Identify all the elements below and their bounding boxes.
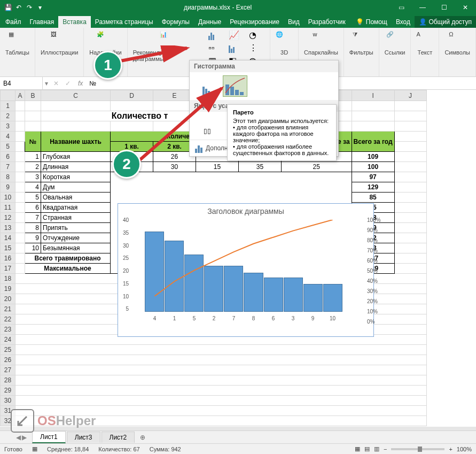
- tab-view[interactable]: Вид: [284, 16, 304, 28]
- name-box[interactable]: B4: [0, 77, 43, 89]
- tab-file[interactable]: Файл: [1, 16, 26, 28]
- col-header[interactable]: I: [352, 90, 394, 101]
- watermark-logo-icon: [11, 409, 34, 433]
- namebox-dropdown-icon[interactable]: ▾: [43, 80, 50, 87]
- spark-icon: 𝗐: [313, 31, 330, 48]
- callout-badge-1: 1: [93, 51, 122, 80]
- redo-icon[interactable]: ↷: [25, 3, 34, 12]
- zoom-out-icon[interactable]: −: [384, 446, 387, 452]
- window-title: диаграммы.xlsx - Excel: [45, 4, 391, 11]
- fx-icon[interactable]: fx: [74, 80, 87, 87]
- tab-insert[interactable]: Вставка: [58, 16, 91, 28]
- filter-icon: ⧩: [353, 31, 370, 48]
- globe-icon: 🌐: [276, 31, 293, 48]
- col-header[interactable]: C: [41, 90, 111, 101]
- sparklines-button[interactable]: 𝗐Спарклайны: [302, 30, 340, 57]
- tab-review[interactable]: Рецензирование: [225, 16, 284, 28]
- addin-icon: 🧩: [97, 31, 114, 48]
- sheet-tab[interactable]: Лист2: [102, 432, 135, 443]
- qat-more-icon[interactable]: ▾: [35, 3, 45, 12]
- scatter-chart-icon[interactable]: ⋮: [248, 43, 264, 53]
- undo-icon[interactable]: ↶: [14, 3, 24, 12]
- tab-formulas[interactable]: Формулы: [158, 16, 194, 28]
- enter-icon[interactable]: ✓: [62, 80, 74, 87]
- chart-tooltip: Парето Этот тип диаграммы используется: …: [227, 104, 337, 161]
- links-button[interactable]: 🔗Ссылки: [383, 30, 408, 57]
- cancel-icon[interactable]: ✕: [50, 80, 62, 87]
- add-sheet-icon[interactable]: ⊕: [136, 434, 150, 441]
- pie-chart-icon[interactable]: ◔: [248, 30, 264, 41]
- status-bar: Готово ▦ Среднее: 18,84 Количество: 67 С…: [0, 443, 476, 454]
- view-layout-icon[interactable]: ▤: [364, 445, 370, 452]
- sheet-tab[interactable]: Лист1: [32, 431, 66, 443]
- tooltip-title: Парето: [233, 109, 331, 116]
- text-icon: A: [416, 31, 433, 48]
- close-icon[interactable]: ✕: [455, 0, 476, 15]
- callout-badge-2: 2: [112, 150, 141, 179]
- filters-button[interactable]: ⧩Фильтры: [347, 30, 376, 57]
- status-count: Количество: 67: [98, 446, 139, 452]
- sheet-nav-prev-icon[interactable]: ◀: [16, 434, 21, 441]
- ribbon-options-icon[interactable]: ▭: [391, 0, 412, 15]
- table-icon: ▦: [9, 31, 26, 48]
- tours-button[interactable]: 🌐3D: [274, 30, 295, 57]
- status-sum: Сумма: 942: [150, 446, 181, 452]
- view-break-icon[interactable]: ▥: [374, 445, 379, 452]
- statistic-chart-icon[interactable]: [228, 43, 244, 53]
- svg-rect-3: [240, 92, 244, 95]
- tab-help[interactable]: 💡 Помощ: [352, 16, 391, 28]
- tab-layout[interactable]: Разметка страницы: [91, 16, 158, 28]
- col-header[interactable]: A: [15, 90, 25, 101]
- status-ready: Готово: [4, 446, 22, 452]
- symbol-icon: Ω: [449, 31, 466, 48]
- tab-share[interactable]: 👤 Общий доступ: [415, 16, 476, 28]
- text-button[interactable]: AТекст: [414, 30, 435, 57]
- dropdown-section-label: Гистограмма: [190, 60, 338, 72]
- svg-rect-2: [235, 90, 239, 95]
- pareto-icon: [224, 77, 246, 95]
- svg-line-5: [136, 88, 222, 163]
- maximize-icon[interactable]: ☐: [433, 0, 455, 15]
- x-axis: 41527863910: [145, 316, 342, 321]
- col-header[interactable]: J: [394, 90, 426, 101]
- picture-icon: 🖼: [51, 31, 68, 48]
- zoom-slider[interactable]: [391, 448, 444, 450]
- arrow-2: [136, 86, 227, 166]
- svg-line-4: [118, 48, 187, 61]
- ribbon-tabs: Файл Главная Вставка Разметка страницы Ф…: [0, 15, 476, 28]
- sheet-tab[interactable]: Лист3: [67, 432, 100, 443]
- svg-rect-1: [230, 87, 234, 95]
- status-record-icon[interactable]: ▦: [32, 445, 37, 452]
- chart-bars: [145, 220, 342, 312]
- sheet-nav-next-icon[interactable]: ▶: [22, 434, 27, 441]
- formula-input[interactable]: №: [87, 80, 98, 87]
- link-icon: 🔗: [386, 31, 403, 48]
- tooltip-body: Этот тип диаграммы используется: • для о…: [233, 118, 331, 156]
- illustrations-button[interactable]: 🖼Иллюстрации: [38, 30, 80, 57]
- chart-title: Заголовок диаграммы: [118, 204, 373, 219]
- tab-data[interactable]: Данные: [194, 16, 225, 28]
- tab-signin[interactable]: Вход: [392, 16, 415, 28]
- tab-home[interactable]: Главная: [26, 16, 59, 28]
- col-header[interactable]: B: [25, 90, 41, 101]
- minimize-icon[interactable]: —: [412, 0, 433, 15]
- select-all-corner[interactable]: [1, 90, 15, 101]
- tables-button[interactable]: ▦Таблицы: [3, 30, 32, 57]
- symbols-button[interactable]: ΩСимволы: [442, 30, 472, 57]
- tab-developer[interactable]: Разработчик: [304, 16, 350, 28]
- column-chart-icon[interactable]: [208, 30, 224, 41]
- line-chart-icon[interactable]: 📈: [228, 30, 244, 41]
- title-bar: 💾 ↶ ↷ ▾ диаграммы.xlsx - Excel ▭ — ☐ ✕: [0, 0, 476, 15]
- hierarchy-chart-icon[interactable]: ▫▫: [208, 43, 224, 53]
- chart-preview[interactable]: Заголовок диаграммы 403530252015105 100%…: [118, 203, 374, 337]
- view-normal-icon[interactable]: ▦: [355, 445, 360, 452]
- arrow-1: [118, 45, 192, 67]
- status-avg: Среднее: 18,84: [47, 446, 89, 452]
- save-icon[interactable]: 💾: [3, 3, 13, 12]
- watermark: OSHelper: [11, 409, 96, 433]
- zoom-value[interactable]: 100%: [457, 446, 472, 452]
- zoom-in-icon[interactable]: +: [449, 446, 452, 452]
